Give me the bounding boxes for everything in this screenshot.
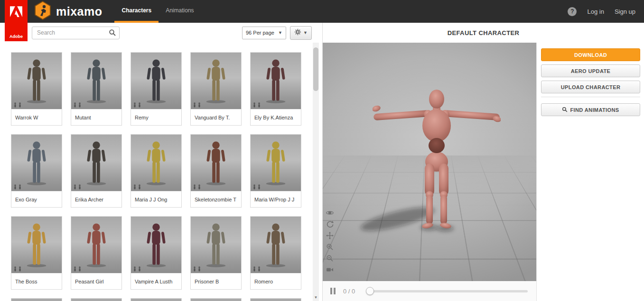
character-card[interactable]: Mutant (71, 52, 122, 126)
character-name: Mutant (71, 109, 121, 126)
character-card[interactable] (131, 298, 182, 301)
zoom-in-icon[interactable] (326, 243, 334, 251)
character-silhouette (83, 139, 110, 188)
find-animations-button[interactable]: FIND ANIMATIONS (541, 103, 640, 116)
viewer-3d-canvas[interactable]: 0 / 0 (323, 43, 536, 301)
character-name: Warrok W (11, 109, 62, 126)
settings-button[interactable]: ▼ (290, 26, 312, 40)
character-silhouette (262, 139, 289, 188)
character-name: Ely By K.Atienza (251, 109, 301, 126)
character-card[interactable]: Erika Archer (71, 134, 122, 208)
signup-link[interactable]: Sign up (615, 8, 635, 15)
download-button[interactable]: DOWNLOAD (541, 48, 640, 61)
per-page-select[interactable]: 96 Per page ▼ (242, 27, 286, 39)
character-name: Vanguard By T. (191, 109, 241, 126)
character-card[interactable] (190, 298, 242, 301)
character-silhouette (202, 57, 230, 106)
action-sidebar: DOWNLOAD AERO UPDATE UPLOAD CHARACTER FI… (536, 43, 644, 301)
viewer-tools (326, 209, 334, 274)
character-name: Prisoner B (191, 273, 241, 290)
character-thumbnail (131, 299, 181, 301)
scrollbar-down-arrow[interactable]: ▼ (313, 295, 319, 300)
character-card[interactable]: The Boss (11, 216, 62, 290)
character-card[interactable]: Maria W/Prop J J (250, 134, 301, 208)
search-icon[interactable] (109, 29, 116, 38)
figure-count-icon (73, 266, 82, 272)
character-thumbnail (191, 299, 241, 301)
help-icon[interactable]: ? (568, 7, 577, 16)
panel-scrollbar[interactable]: ▼ (313, 43, 319, 301)
figure-count-icon (13, 184, 22, 190)
tab-animations[interactable]: Animations (159, 0, 201, 23)
zoom-out-icon[interactable] (326, 254, 334, 262)
timeline-slider[interactable] (367, 290, 528, 292)
orbit-icon[interactable] (326, 209, 334, 217)
character-card[interactable]: Romero (250, 216, 301, 290)
mixamo-logo[interactable]: mixamo (34, 0, 102, 23)
pause-button[interactable] (330, 288, 336, 294)
character-card[interactable]: Remy (131, 52, 182, 126)
character-thumbnail (71, 217, 121, 273)
character-card[interactable]: Ely By K.Atienza (250, 52, 301, 126)
gear-icon (294, 28, 301, 37)
character-name: Maria J J Ong (131, 191, 181, 208)
character-card[interactable]: Prisoner B (190, 216, 242, 290)
character-card[interactable]: Vampire A Lusth (131, 216, 182, 290)
character-thumbnail (11, 135, 62, 191)
figure-count-icon (133, 102, 141, 108)
adobe-a-icon (10, 6, 22, 19)
character-silhouette (83, 57, 110, 106)
scrollbar-thumb[interactable] (313, 47, 318, 91)
character-silhouette (142, 57, 170, 106)
pause-icon (334, 288, 336, 294)
chevron-down-icon: ▼ (303, 30, 308, 35)
upload-character-button[interactable]: UPLOAD CHARACTER (541, 81, 640, 93)
main-nav-tabs: Characters Animations (114, 0, 201, 23)
login-link[interactable]: Log in (587, 8, 604, 15)
character-silhouette (202, 139, 230, 188)
character-card[interactable] (71, 298, 122, 301)
character-card[interactable]: Skeletonzombie T (190, 134, 242, 208)
figure-count-icon (193, 266, 201, 272)
search-field-wrap (32, 27, 120, 39)
figure-count-icon (73, 184, 82, 190)
aero-update-button[interactable]: AERO UPDATE (541, 64, 640, 77)
pan-icon[interactable] (326, 231, 334, 239)
character-card[interactable]: Warrok W (11, 52, 62, 126)
undo-icon[interactable] (326, 220, 334, 228)
timeline-handle[interactable] (366, 287, 374, 295)
character-card[interactable]: Maria J J Ong (131, 134, 182, 208)
character-list-panel: 96 Per page ▼ ▼ (0, 23, 323, 301)
character-thumbnail (251, 135, 301, 191)
character-thumbnail (131, 53, 181, 109)
character-card[interactable] (11, 298, 62, 301)
character-thumbnail (191, 135, 241, 191)
tab-characters[interactable]: Characters (114, 0, 159, 23)
character-grid: Warrok W (11, 52, 322, 301)
character-card[interactable] (250, 298, 301, 301)
character-card[interactable]: Vanguard By T. (190, 52, 242, 126)
figure-count-icon (13, 266, 22, 272)
character-name: Romero (251, 273, 301, 290)
character-thumbnail (11, 53, 62, 109)
search-icon (562, 107, 568, 113)
character-silhouette (142, 221, 170, 270)
top-navigation-bar: mixamo Characters Animations ? Log in Si… (0, 0, 644, 23)
figure-count-icon (73, 102, 82, 108)
character-model[interactable] (373, 88, 501, 230)
search-input[interactable] (32, 27, 120, 39)
character-thumbnail (251, 53, 301, 109)
character-thumbnail (131, 135, 181, 191)
character-thumbnail (11, 217, 62, 273)
adobe-wordmark: Adobe (9, 34, 23, 39)
figure-count-icon (133, 266, 141, 272)
playback-bar: 0 / 0 (323, 281, 536, 301)
character-card[interactable]: Peasant Girl (71, 216, 122, 290)
character-name: Skeletonzombie T (191, 191, 241, 208)
character-silhouette (142, 139, 170, 188)
character-thumbnail (191, 217, 241, 273)
character-thumbnail (251, 217, 301, 273)
character-card[interactable]: Exo Gray (11, 134, 62, 208)
camera-icon[interactable] (326, 265, 334, 274)
viewer-header: DEFAULT CHARACTER (323, 23, 644, 43)
